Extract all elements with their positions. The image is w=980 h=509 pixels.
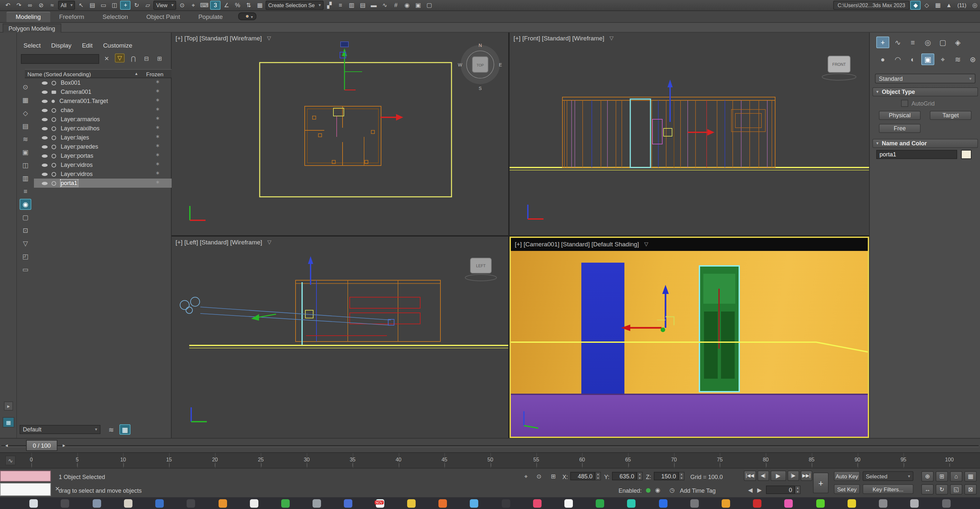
viewport-top-label[interactable]: [+] [Top] [Standard] [Wireframe] [175, 35, 262, 42]
x-coordinate-field[interactable]: 485.0 [570, 472, 595, 480]
explorer-tool-icon[interactable]: ▦ [19, 95, 31, 106]
explorer-tool-icon[interactable]: ▭ [19, 264, 31, 275]
selection-filter-dropdown[interactable]: All▾ [58, 1, 75, 10]
selected-door-elevation[interactable] [630, 99, 651, 168]
set-key-button[interactable]: Set Key [834, 484, 860, 494]
viewport-top[interactable]: [+] [Top] [Standard] [Wireframe] ▽ [172, 33, 508, 235]
object-color-swatch[interactable] [961, 150, 972, 159]
enabled-status-dot[interactable] [646, 488, 651, 493]
isolate-selection-icon[interactable]: ⌖ [521, 472, 531, 481]
reference-coordinate-system-dropdown[interactable]: View▾ [154, 1, 176, 10]
geometry-category-icon[interactable]: ● [876, 54, 889, 65]
list-item[interactable]: Box001∗ [34, 78, 172, 87]
list-item[interactable]: Layer:vidros∗ [34, 170, 172, 179]
explorer-grid-view-icon[interactable]: ▦ [119, 424, 130, 435]
dock-app-icon[interactable] [439, 499, 447, 507]
object-class-dropdown[interactable]: Standard ▾ [875, 74, 975, 83]
frozen-toggle-icon[interactable]: ∗ [156, 97, 160, 103]
dock-app-icon[interactable] [879, 499, 887, 507]
mini-curve-editor-icon[interactable]: ∿ [5, 455, 16, 465]
systems-category-icon[interactable]: ⊛ [966, 54, 979, 65]
absolute-mode-icon[interactable]: ⊞ [548, 472, 558, 481]
dock-app-icon[interactable] [124, 499, 132, 507]
visibility-eye-icon[interactable] [42, 117, 48, 121]
explorer-tool-icon[interactable]: ▢ [19, 212, 31, 223]
undo-icon[interactable]: ↶ [3, 1, 13, 10]
menu-display[interactable]: Display [51, 42, 72, 49]
viewport-camera[interactable]: [+] [Camera001] [Standard] [Default Shad… [509, 236, 869, 438]
dock-app-icon[interactable] [281, 499, 290, 507]
frozen-toggle-icon[interactable]: ∗ [156, 115, 160, 121]
dock-app-icon[interactable] [816, 499, 824, 507]
viewport-left[interactable]: [+] [Left] [Standard] [Wireframe] ▽ [172, 236, 508, 438]
menu-select[interactable]: Select [24, 42, 41, 49]
zoom-extents-all-icon[interactable]: ▦ [964, 471, 977, 482]
dock-app-icon[interactable] [155, 499, 164, 507]
ribbon-tab-freeform[interactable]: Freeform [50, 12, 93, 22]
frozen-toggle-icon[interactable]: ∗ [156, 152, 160, 158]
viewport-settings-icon[interactable]: ▽ [609, 35, 613, 41]
camera-target[interactable] [388, 319, 394, 325]
spinner-snap-icon[interactable]: ⇅ [243, 1, 254, 10]
autogrid-checkbox[interactable]: AutoGrid [901, 100, 935, 107]
display-tab-icon[interactable]: ▢ [936, 36, 949, 48]
tab-polygon-modeling[interactable]: Polygon Modeling [3, 24, 61, 33]
zoom-all-icon[interactable]: ⊞ [935, 471, 948, 482]
elevation-outline[interactable] [562, 97, 775, 168]
frozen-toggle-icon[interactable]: ∗ [156, 79, 160, 85]
shapes-category-icon[interactable]: ◠ [891, 54, 904, 65]
edit-named-selection-sets-icon[interactable]: ▦ [255, 1, 265, 10]
viewport-front[interactable]: [+] [Front] [Standard] [Wireframe] ▽ [509, 33, 869, 235]
x-spinner[interactable]: ▴▾ [595, 472, 601, 480]
viewport-settings-icon[interactable]: ▽ [644, 241, 648, 247]
explorer-tool-icon[interactable]: ◰ [19, 251, 31, 262]
viewcube-west[interactable]: W [458, 62, 462, 67]
explorer-column-header[interactable]: Name (Sorted Ascending) ▲ Frozen [25, 69, 172, 78]
visibility-eye-icon[interactable] [42, 136, 48, 139]
menu-edit[interactable]: Edit [82, 42, 93, 49]
y-spinner[interactable]: ▴▾ [637, 472, 643, 480]
dock-app-icon[interactable] [470, 499, 479, 507]
time-slider-handle[interactable]: 0 / 100 [26, 440, 57, 451]
visibility-eye-icon[interactable] [42, 99, 48, 103]
dock-app-icon[interactable] [29, 499, 38, 507]
dock-app-icon[interactable] [659, 499, 667, 507]
viewcube-compass[interactable]: TOP N W E S [458, 43, 502, 91]
visibility-eye-icon[interactable] [42, 81, 48, 84]
viewcube-front-face[interactable]: FRONT [832, 62, 846, 67]
object-type-rollout[interactable]: ▾ Object Type [872, 87, 978, 97]
frozen-toggle-icon[interactable]: ∗ [156, 179, 160, 185]
move-gizmo[interactable] [667, 79, 714, 136]
dock-app-icon[interactable] [910, 499, 919, 507]
dock-app-icon[interactable] [565, 499, 573, 507]
visibility-eye-icon[interactable] [42, 145, 48, 148]
toggle-layer-explorer-icon[interactable]: ▤ [358, 1, 368, 10]
align-icon[interactable]: ≡ [336, 1, 346, 10]
cloud-render-icon[interactable]: ▦ [933, 1, 943, 10]
list-item[interactable]: Layer:armarios∗ [34, 115, 172, 124]
visibility-eye-icon[interactable] [42, 108, 48, 112]
create-tab-icon[interactable]: + [876, 36, 889, 48]
list-item[interactable]: Layer:vidros∗ [34, 160, 172, 170]
red-axis-arrow[interactable] [380, 114, 403, 121]
dock-app-icon[interactable] [92, 499, 101, 507]
lights-category-icon[interactable]: ◐ [906, 54, 920, 65]
orbit-icon[interactable]: ↻ [935, 484, 948, 495]
visibility-eye-icon[interactable] [42, 181, 48, 185]
explorer-tool-icon[interactable]: ≋ [19, 133, 31, 145]
list-item[interactable]: Camera001∗ [34, 87, 172, 97]
use-pivot-point-icon[interactable]: ⊙ [177, 1, 187, 10]
explorer-tool-icon[interactable]: ≡ [19, 186, 31, 197]
physical-camera-button[interactable]: Physical [879, 111, 921, 120]
schematic-view-icon[interactable]: # [391, 1, 401, 10]
unlink-selection-icon[interactable]: ⊘ [36, 1, 46, 10]
rendered-frame-window-icon[interactable]: ▢ [424, 1, 434, 10]
dock-app-icon[interactable] [218, 499, 227, 507]
dock-app-icon[interactable] [942, 499, 950, 507]
dock-app-icon[interactable] [344, 499, 353, 507]
select-and-manipulate-icon[interactable]: ⌖ [188, 1, 198, 10]
z-coordinate-field[interactable]: 150.0 [654, 472, 679, 480]
frozen-toggle-icon[interactable]: ∗ [156, 143, 160, 149]
viewport-left-label[interactable]: [+] [Left] [Standard] [Wireframe] [175, 238, 262, 246]
ribbon-minimize-icon[interactable]: ▾ [239, 13, 257, 20]
